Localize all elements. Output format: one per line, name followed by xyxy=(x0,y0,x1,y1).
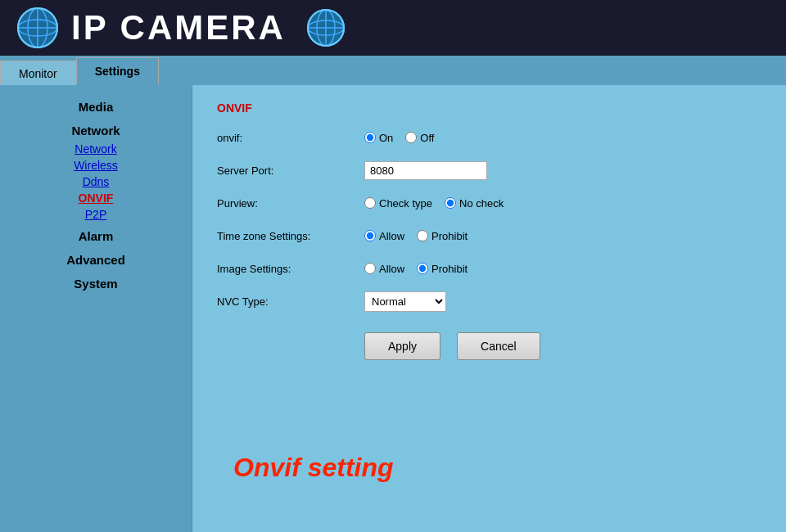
image-settings-label: Image Settings: xyxy=(217,263,364,275)
sidebar-item-wireless[interactable]: Wireless xyxy=(0,157,192,174)
purview-controls: Check type No check xyxy=(364,197,504,210)
image-prohibit-radio[interactable] xyxy=(417,263,428,274)
timezone-label: Time zone Settings: xyxy=(217,230,364,242)
purview-nocheck-option[interactable]: No check xyxy=(445,197,504,210)
content-area: ONVIF onvif: On Off Server Port: xyxy=(192,85,786,532)
timezone-allow-label[interactable]: Allow xyxy=(379,230,404,242)
timezone-row: Time zone Settings: Allow Prohibit xyxy=(217,225,761,246)
sidebar-item-p2p[interactable]: P2P xyxy=(0,206,192,223)
sidebar-item-onvif[interactable]: ONVIF xyxy=(0,190,192,206)
app-title: IP CAMERA xyxy=(71,8,286,47)
purview-nocheck-radio[interactable] xyxy=(445,197,456,209)
tab-settings[interactable]: Settings xyxy=(76,57,159,85)
server-port-controls xyxy=(364,161,487,180)
timezone-allow-radio[interactable] xyxy=(364,230,376,241)
onvif-off-radio[interactable] xyxy=(405,132,417,143)
nvc-type-row: NVC Type: Normal Advanced xyxy=(217,291,761,312)
nav-tabs: Monitor Settings xyxy=(0,56,786,85)
watermark-text: Onvif setting xyxy=(233,453,394,483)
timezone-prohibit-option[interactable]: Prohibit xyxy=(417,230,468,242)
image-settings-row: Image Settings: Allow Prohibit xyxy=(217,258,761,279)
onvif-on-label[interactable]: On xyxy=(379,132,393,144)
onvif-off-option[interactable]: Off xyxy=(405,132,434,144)
nvc-type-controls: Normal Advanced xyxy=(364,291,446,312)
sidebar-item-alarm[interactable]: Alarm xyxy=(0,223,192,246)
purview-checktype-label[interactable]: Check type xyxy=(379,197,432,210)
onvif-label: onvif: xyxy=(217,132,364,144)
timezone-controls: Allow Prohibit xyxy=(364,230,468,242)
sidebar-item-ddns[interactable]: Ddns xyxy=(0,174,192,190)
server-port-input[interactable] xyxy=(364,161,487,180)
purview-label: Purview: xyxy=(217,197,364,210)
main-layout: Media Network Network Wireless Ddns ONVI… xyxy=(0,85,786,532)
onvif-row: onvif: On Off xyxy=(217,127,761,148)
image-settings-controls: Allow Prohibit xyxy=(364,263,468,275)
timezone-prohibit-label[interactable]: Prohibit xyxy=(431,230,468,242)
purview-checktype-option[interactable]: Check type xyxy=(364,197,432,210)
onvif-off-label[interactable]: Off xyxy=(420,132,434,144)
sidebar-item-media[interactable]: Media xyxy=(0,93,192,117)
purview-checktype-radio[interactable] xyxy=(364,197,376,209)
purview-row: Purview: Check type No check xyxy=(217,192,761,214)
image-allow-option[interactable]: Allow xyxy=(364,263,404,275)
onvif-on-radio[interactable] xyxy=(364,132,376,143)
sidebar: Media Network Network Wireless Ddns ONVI… xyxy=(0,85,192,532)
sidebar-item-network[interactable]: Network xyxy=(0,141,192,157)
cancel-button[interactable]: Cancel xyxy=(457,332,540,360)
sidebar-item-system[interactable]: System xyxy=(0,270,192,294)
apply-button[interactable]: Apply xyxy=(364,332,440,360)
timezone-prohibit-radio[interactable] xyxy=(417,230,428,241)
image-prohibit-label[interactable]: Prohibit xyxy=(431,263,468,275)
server-port-row: Server Port: xyxy=(217,160,761,181)
image-prohibit-option[interactable]: Prohibit xyxy=(417,263,468,275)
section-title: ONVIF xyxy=(217,101,761,115)
sidebar-item-advanced[interactable]: Advanced xyxy=(0,246,192,270)
sidebar-item-network-header[interactable]: Network xyxy=(0,117,192,141)
timezone-allow-option[interactable]: Allow xyxy=(364,230,404,242)
server-port-label: Server Port: xyxy=(217,165,364,177)
image-allow-radio[interactable] xyxy=(364,263,376,274)
image-allow-label[interactable]: Allow xyxy=(379,263,404,275)
nvc-type-select[interactable]: Normal Advanced xyxy=(364,291,446,312)
tab-monitor[interactable]: Monitor xyxy=(0,61,76,85)
onvif-controls: On Off xyxy=(364,132,434,144)
header: IP CAMERA xyxy=(0,0,786,56)
globe-left-icon xyxy=(16,7,59,49)
purview-nocheck-label[interactable]: No check xyxy=(459,197,504,210)
button-row: Apply Cancel xyxy=(364,332,761,360)
onvif-on-option[interactable]: On xyxy=(364,132,393,144)
nvc-type-label: NVC Type: xyxy=(217,295,364,308)
globe-right-icon xyxy=(306,8,346,47)
